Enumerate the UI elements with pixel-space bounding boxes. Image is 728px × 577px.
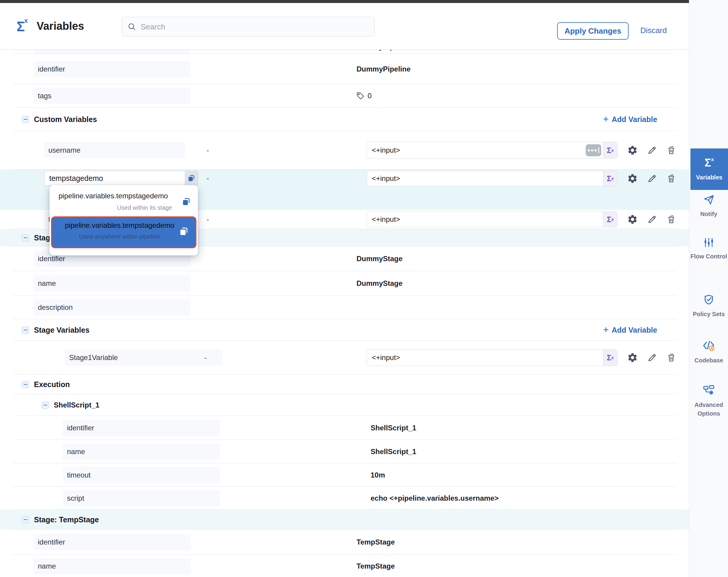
collapse-icon[interactable] bbox=[22, 381, 29, 388]
variables-sigma-logo-icon: Σx bbox=[17, 18, 28, 33]
delete-icon[interactable] bbox=[666, 352, 676, 363]
collapse-icon[interactable] bbox=[22, 116, 29, 123]
runtime-input-field[interactable]: <+input> Σx bbox=[367, 349, 618, 366]
row-custom-variables-header: Custom Variables + Add Variable bbox=[0, 107, 689, 131]
row-pipeline-identifier: identifier DummyPipeline bbox=[0, 54, 689, 84]
search-box[interactable] bbox=[122, 17, 375, 37]
stage-header-title: Stage: TempStage bbox=[34, 516, 99, 524]
collapse-icon[interactable] bbox=[22, 327, 29, 333]
copy-button[interactable] bbox=[185, 171, 198, 185]
field-value: ShellScript_1 bbox=[371, 424, 416, 432]
rail-item-flow-control[interactable]: Flow Control bbox=[690, 237, 728, 261]
add-variable-button[interactable]: + Add Variable bbox=[603, 115, 657, 124]
row-execution-header: Execution bbox=[0, 374, 689, 394]
expression-toggle-icon[interactable]: Σx bbox=[603, 142, 617, 158]
discard-button[interactable]: Discard bbox=[640, 26, 667, 35]
tags-count: 0 bbox=[368, 92, 371, 100]
dropdown-option-stage-scope[interactable]: pipeline.variables.tempstagedemo Used wi… bbox=[50, 185, 198, 211]
collapse-icon[interactable] bbox=[22, 234, 29, 241]
field-label-pill: identifier bbox=[63, 420, 220, 436]
window-top-bar bbox=[0, 0, 689, 3]
rail-item-policy-sets[interactable]: Policy Sets bbox=[690, 294, 728, 319]
more-options-badge[interactable] bbox=[586, 144, 601, 156]
value-dash: - bbox=[204, 353, 207, 362]
field-label-pill: tags bbox=[34, 88, 191, 104]
row-stage-name: name DummyStage bbox=[0, 271, 689, 296]
rail-item-variables[interactable]: Σx Variables bbox=[691, 148, 728, 190]
field-value: DummyStage bbox=[357, 254, 402, 263]
section-title: Stage Variables bbox=[34, 326, 89, 334]
value-dash: - bbox=[207, 215, 209, 224]
row-variable-username: username - <+input> Σx bbox=[0, 131, 689, 170]
edit-icon[interactable] bbox=[647, 214, 657, 225]
field-label-pill bbox=[34, 50, 191, 54]
collapse-icon[interactable] bbox=[42, 402, 49, 409]
field-value: TempStage bbox=[357, 538, 395, 546]
variables-sigma-icon: Σx bbox=[691, 157, 728, 168]
row-step-script: script echo <+pipeline.variables.usernam… bbox=[0, 487, 689, 510]
field-label-pill: script bbox=[63, 490, 220, 506]
search-input[interactable] bbox=[140, 22, 369, 31]
add-variable-button[interactable]: + Add Variable bbox=[603, 326, 657, 334]
codebase-warning-icon bbox=[702, 339, 716, 352]
field-value: TempStage bbox=[357, 562, 395, 570]
runtime-input-field[interactable]: <+input> Σx bbox=[367, 142, 618, 159]
rail-item-notify[interactable]: Notify bbox=[690, 194, 728, 219]
settings-icon[interactable] bbox=[627, 145, 638, 156]
expression-toggle-icon[interactable]: Σx bbox=[603, 212, 617, 227]
variable-name-input[interactable]: tempstagedemo bbox=[45, 171, 185, 185]
plus-icon: + bbox=[603, 114, 609, 124]
delete-icon[interactable] bbox=[666, 145, 676, 155]
field-label-pill: name bbox=[34, 275, 191, 292]
row-stage-variables-header: Stage Variables + Add Variable bbox=[0, 319, 689, 341]
row-stage1variable: Stage1Variable - <+input> Σx bbox=[0, 341, 689, 374]
panel-header: Σx Variables Apply Changes Discard bbox=[0, 3, 689, 50]
rail-item-advanced-options[interactable]: Advanced Options bbox=[690, 384, 728, 418]
edit-icon[interactable] bbox=[647, 173, 657, 184]
plus-icon: + bbox=[603, 325, 609, 334]
row-tempstage-name: name TempStage bbox=[0, 555, 689, 577]
field-label-pill: identifier bbox=[34, 534, 191, 550]
field-value: DummyPipeline bbox=[357, 65, 411, 73]
step-title: ShellScript_1 bbox=[54, 401, 99, 409]
tag-icon bbox=[356, 91, 365, 100]
settings-icon[interactable] bbox=[627, 214, 638, 225]
variable-name-pill: Stage1Variable bbox=[65, 350, 222, 366]
copy-icon[interactable] bbox=[182, 197, 191, 206]
search-icon bbox=[127, 22, 136, 31]
expression-toggle-icon[interactable]: Σx bbox=[603, 350, 617, 366]
collapse-icon[interactable] bbox=[22, 516, 29, 523]
field-value: DummyStage bbox=[357, 279, 402, 287]
field-label-pill: name bbox=[63, 444, 220, 460]
delete-icon[interactable] bbox=[666, 214, 676, 225]
settings-icon[interactable] bbox=[627, 352, 638, 363]
option-path: pipeline.variables.tempstagedemo bbox=[65, 221, 174, 230]
row-pipeline-tags: tags 0 bbox=[0, 84, 689, 107]
edit-icon[interactable] bbox=[647, 352, 657, 363]
option-hint: Used within its stage bbox=[58, 204, 177, 211]
row-step-name: name ShellScript_1 bbox=[0, 440, 689, 463]
row-stage-description: description bbox=[0, 296, 689, 319]
variable-name-pill: username bbox=[44, 142, 185, 158]
delete-icon[interactable] bbox=[666, 173, 676, 184]
page-title: Variables bbox=[37, 20, 84, 32]
right-icon-rail: Σx Variables Notify Flow Control Policy … bbox=[689, 0, 728, 577]
copy-icon[interactable] bbox=[179, 227, 189, 236]
value-dash: - bbox=[207, 146, 209, 154]
apply-changes-button[interactable]: Apply Changes bbox=[557, 22, 629, 40]
field-label-pill: timeout bbox=[63, 467, 220, 483]
variable-name-editor: tempstagedemo bbox=[44, 171, 198, 186]
section-title: Custom Variables bbox=[34, 115, 97, 124]
field-label-pill: identifier bbox=[34, 61, 191, 77]
policy-shield-check-icon bbox=[703, 294, 715, 306]
row-step-identifier: identifier ShellScript_1 bbox=[0, 416, 689, 440]
runtime-input-field[interactable]: <+input> Σx bbox=[367, 171, 618, 186]
settings-icon[interactable] bbox=[627, 173, 638, 184]
expression-toggle-icon[interactable]: Σx bbox=[603, 171, 617, 186]
section-title: Execution bbox=[34, 380, 70, 389]
edit-icon[interactable] bbox=[647, 145, 657, 155]
runtime-input-field[interactable]: <+input> Σx bbox=[367, 211, 618, 227]
dropdown-option-pipeline-scope-selected[interactable]: pipeline.variables.tempstagedemo Used an… bbox=[51, 216, 197, 248]
flow-control-sliders-icon bbox=[703, 237, 714, 248]
rail-item-codebase[interactable]: Codebase bbox=[690, 339, 728, 365]
